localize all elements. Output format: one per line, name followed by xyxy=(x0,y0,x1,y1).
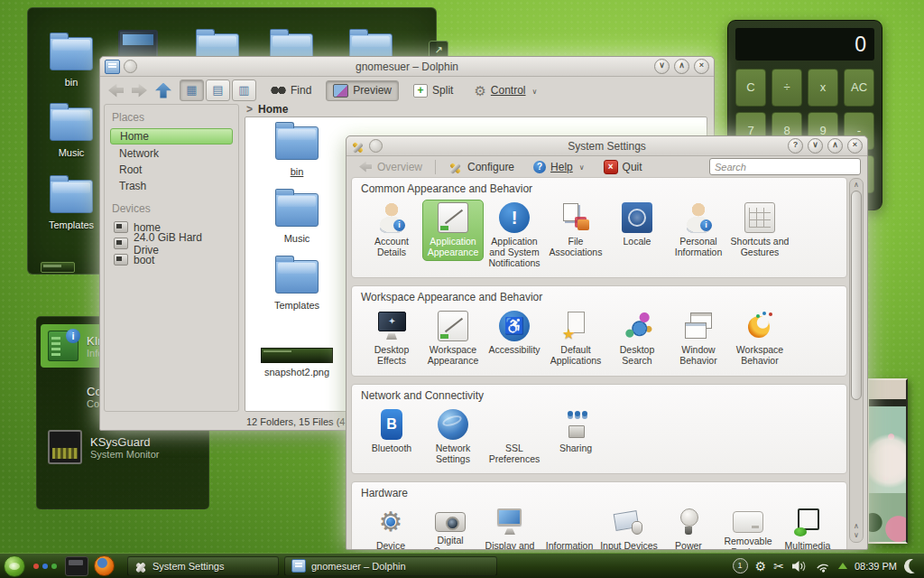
settings-item[interactable]: Information Sources xyxy=(540,504,599,550)
find-button[interactable]: Find xyxy=(264,81,318,99)
forward-button[interactable] xyxy=(132,84,147,98)
firefox-launcher[interactable] xyxy=(94,555,115,576)
calculator-button[interactable]: AC xyxy=(844,69,874,107)
places-item[interactable]: Network xyxy=(110,145,233,161)
file-item-snapshot[interactable]: snapshot2.png xyxy=(247,348,346,378)
preview-button[interactable]: Preview xyxy=(326,80,399,101)
file-item-music[interactable]: Music xyxy=(247,193,346,244)
settings-item[interactable]: Bluetooth xyxy=(361,406,422,457)
application-launcher-button[interactable] xyxy=(4,555,25,577)
back-button[interactable] xyxy=(108,84,124,98)
control-button[interactable]: ⚙ Control ∨ xyxy=(467,81,543,100)
clock[interactable]: 08:39 PM xyxy=(855,561,897,572)
configure-button[interactable]: Configure xyxy=(442,158,521,176)
file-label: Music xyxy=(247,233,346,244)
maximize-button[interactable]: ∧ xyxy=(827,138,843,154)
icons-view-button[interactable]: ▦ xyxy=(180,79,204,101)
scroll-up-icon[interactable]: ∧ xyxy=(850,181,863,190)
places-item[interactable]: Root xyxy=(110,162,233,177)
settings-item-icon xyxy=(792,507,823,537)
plasma-cashew-icon[interactable] xyxy=(902,557,920,575)
breadcrumb-home[interactable]: Home xyxy=(258,103,288,116)
settings-item[interactable]: Workspace Behavior xyxy=(729,308,790,369)
settings-item[interactable]: Desktop Effects xyxy=(361,308,422,369)
calculator-button[interactable]: C xyxy=(735,69,766,107)
settings-item-label: Workspace Behavior xyxy=(730,345,790,367)
places-item-label: Trash xyxy=(119,180,146,192)
settings-item[interactable]: Default Applications xyxy=(545,308,606,369)
desktop-icon-music[interactable]: Music xyxy=(40,107,103,158)
settings-item[interactable]: Desktop Search xyxy=(606,308,668,369)
settings-item[interactable]: Power Management xyxy=(659,504,718,550)
window-menu-button[interactable] xyxy=(124,60,137,73)
desktop-icon-snapshot-thumbnail[interactable] xyxy=(41,262,75,273)
settings-item[interactable]: Device Actions xyxy=(361,504,420,550)
settings-item-label: Information Sources xyxy=(541,541,598,550)
settings-item[interactable]: Input Devices xyxy=(599,504,659,550)
window-menu-button[interactable] xyxy=(369,139,383,153)
minimize-button[interactable]: ∨ xyxy=(808,138,823,154)
scrollbar[interactable]: ∧ ∧ ∨ xyxy=(849,178,864,543)
scrollbar-thumb[interactable] xyxy=(851,191,862,400)
help-button[interactable]: ? xyxy=(788,138,803,154)
maximize-button[interactable]: ∧ xyxy=(674,59,689,74)
system-settings-titlebar[interactable]: System Settings ? ∨ ∧ × xyxy=(346,136,867,156)
settings-item-icon xyxy=(614,507,644,537)
quit-button[interactable]: × Quit xyxy=(597,157,649,177)
settings-item[interactable]: Digital Camera xyxy=(420,504,480,550)
overview-button[interactable]: Overview xyxy=(353,158,429,176)
scroll-down-icon[interactable]: ∨ xyxy=(850,531,863,540)
calculator-button[interactable]: x xyxy=(808,69,838,107)
desktop-icon-bin[interactable]: bin xyxy=(40,37,103,88)
activity-dots[interactable] xyxy=(31,564,60,569)
klipper-scissors-icon[interactable]: ✂ xyxy=(773,559,784,573)
file-item-bin[interactable]: bin xyxy=(247,126,346,177)
dolphin-titlebar[interactable]: gnomesuer – Dolphin ∨ ∧ × xyxy=(100,57,714,77)
settings-item[interactable]: Display and Monit... xyxy=(480,504,540,550)
settings-item[interactable]: SSL Preferences xyxy=(484,406,545,468)
settings-item[interactable]: Accessibility xyxy=(484,308,545,359)
places-item[interactable]: Home xyxy=(110,128,233,144)
scroll-up-icon[interactable]: ∧ xyxy=(850,522,863,531)
calculator-button[interactable]: ÷ xyxy=(772,69,802,107)
places-item[interactable]: Trash xyxy=(110,178,233,193)
notification-count-badge[interactable]: 1 xyxy=(733,558,748,573)
up-button[interactable] xyxy=(155,83,171,98)
close-button[interactable]: × xyxy=(847,138,863,154)
network-icon[interactable] xyxy=(813,558,832,574)
desktop-pager[interactable] xyxy=(65,556,88,576)
settings-item[interactable]: Application and System Notifications xyxy=(484,200,545,271)
section-title: Workspace Appearance and Behavior xyxy=(361,291,837,303)
settings-item[interactable]: Network Settings xyxy=(422,406,484,468)
help-button[interactable]: ? Help ∨ xyxy=(527,158,591,176)
taskbar-task-dolphin[interactable]: gnomesuer – Dolphin xyxy=(284,556,497,576)
volume-icon[interactable] xyxy=(791,560,807,573)
close-button[interactable]: × xyxy=(694,59,709,74)
search-input[interactable] xyxy=(709,158,861,175)
settings-item-label: Device Actions xyxy=(362,541,420,550)
breadcrumb[interactable]: >Home xyxy=(246,103,288,116)
split-button[interactable]: + Split xyxy=(407,81,459,100)
settings-item[interactable]: Removable Devices xyxy=(718,504,778,550)
launcher-item[interactable]: KSysGuard System Monitor xyxy=(41,425,205,469)
settings-item[interactable]: Workspace Appearance xyxy=(422,308,484,369)
updates-arrow-icon[interactable] xyxy=(838,563,847,569)
settings-gear-icon[interactable]: ⚙ xyxy=(755,559,767,573)
settings-item[interactable]: File Associations xyxy=(545,200,606,261)
settings-item[interactable]: Account Details xyxy=(361,200,422,261)
device-item[interactable]: 24.0 GiB Hard Drive xyxy=(110,236,233,251)
details-view-button[interactable]: ▥ xyxy=(232,79,256,101)
settings-item[interactable]: Sharing xyxy=(545,406,606,457)
settings-item[interactable]: Personal Information xyxy=(668,200,729,261)
desktop-icon-templates[interactable]: Templates xyxy=(40,180,103,230)
file-item-templates[interactable]: Templates xyxy=(247,260,346,311)
settings-item[interactable]: Application Appearance xyxy=(422,200,484,261)
settings-item[interactable]: Shortcuts and Gestures xyxy=(729,200,790,261)
compact-view-button[interactable]: ▤ xyxy=(206,79,230,101)
settings-item[interactable]: Multimedia xyxy=(778,504,837,550)
photo-frame-widget[interactable] xyxy=(867,378,908,544)
taskbar-task-system-settings[interactable]: System Settings xyxy=(127,556,279,576)
settings-item[interactable]: Locale xyxy=(606,200,668,250)
settings-item[interactable]: Window Behavior xyxy=(668,308,729,369)
minimize-button[interactable]: ∨ xyxy=(654,59,670,74)
